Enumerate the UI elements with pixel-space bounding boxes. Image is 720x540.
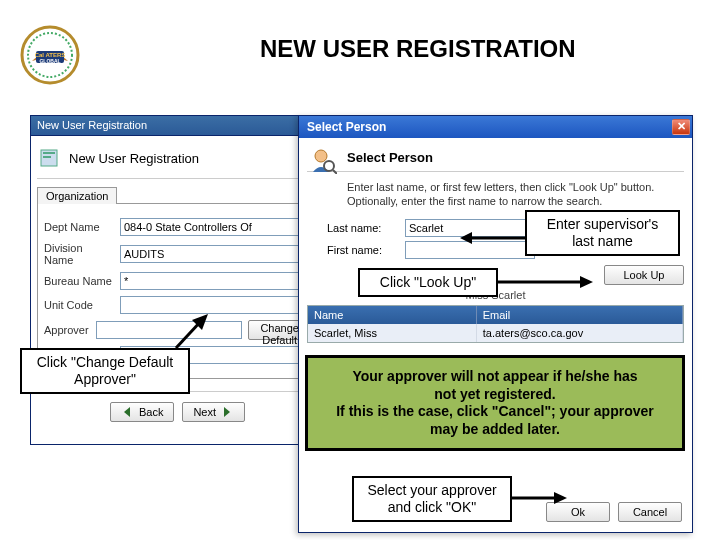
arrow-right-icon bbox=[498, 272, 593, 292]
label-unit: Unit Code bbox=[44, 299, 114, 311]
callout-select-ok: Select your approver and click "OK" bbox=[352, 476, 512, 522]
arrow-left-icon bbox=[460, 228, 530, 248]
arrow-up-right-icon bbox=[172, 310, 212, 352]
callout-click-lookup: Click "Look Up" bbox=[358, 268, 498, 297]
next-button-label: Next bbox=[193, 406, 216, 418]
svg-point-9 bbox=[324, 161, 334, 171]
col-header-email[interactable]: Email bbox=[477, 306, 683, 324]
svg-point-8 bbox=[315, 150, 327, 162]
callout-enter-lastname: Enter supervisor's last name bbox=[525, 210, 680, 256]
instruction-text: Enter last name, or first few letters, t… bbox=[307, 180, 684, 209]
bureau-field[interactable] bbox=[120, 272, 311, 290]
unit-field[interactable] bbox=[120, 296, 311, 314]
titlebar-front: Select Person bbox=[307, 120, 386, 134]
calaters-logo: Cal ATERS GLOBAL bbox=[20, 25, 80, 85]
svg-line-10 bbox=[333, 170, 337, 174]
arrow-left-icon bbox=[121, 405, 135, 419]
titlebar-back: New User Registration bbox=[31, 116, 324, 136]
svg-rect-7 bbox=[43, 156, 51, 158]
window-select-person: Select Person ✕ Select Person Enter last… bbox=[298, 115, 693, 533]
select-person-heading: Select Person bbox=[307, 146, 684, 165]
label-bureau: Bureau Name bbox=[44, 275, 114, 287]
arrow-right-icon bbox=[220, 405, 234, 419]
division-field[interactable] bbox=[120, 245, 311, 263]
form-icon bbox=[39, 146, 63, 170]
back-button-label: Back bbox=[139, 406, 163, 418]
cancel-button[interactable]: Cancel bbox=[618, 502, 682, 522]
label-division: Division Name bbox=[44, 242, 114, 266]
svg-text:GLOBAL: GLOBAL bbox=[39, 58, 60, 64]
cell-name: Scarlet, Miss bbox=[308, 324, 477, 342]
next-button[interactable]: Next bbox=[182, 402, 245, 422]
tab-organization[interactable]: Organization bbox=[37, 187, 117, 204]
cell-email: ta.aters@sco.ca.gov bbox=[477, 324, 683, 342]
callout-approver-note: Your approver will not appear if he/she … bbox=[305, 355, 685, 451]
lookup-button[interactable]: Look Up bbox=[604, 265, 684, 285]
close-icon[interactable]: ✕ bbox=[672, 119, 690, 135]
results-grid: Name Email Scarlet, Miss ta.aters@sco.ca… bbox=[307, 305, 684, 343]
label-firstname: First name: bbox=[327, 244, 399, 256]
approver-field[interactable] bbox=[96, 321, 242, 339]
window-new-user-registration: New User Registration New User Registrat… bbox=[30, 115, 325, 445]
table-row[interactable]: Scarlet, Miss ta.aters@sco.ca.gov bbox=[308, 324, 683, 342]
arrow-right-icon bbox=[512, 488, 567, 508]
page-title: NEW USER REGISTRATION bbox=[260, 35, 576, 63]
callout-change-approver: Click "Change Default Approver" bbox=[20, 348, 190, 394]
dept-field[interactable] bbox=[120, 218, 311, 236]
label-approver: Approver bbox=[44, 324, 90, 336]
back-button[interactable]: Back bbox=[110, 402, 174, 422]
section-heading: New User Registration bbox=[69, 151, 199, 166]
person-search-icon bbox=[309, 146, 337, 174]
col-header-name[interactable]: Name bbox=[308, 306, 477, 324]
label-lastname: Last name: bbox=[327, 222, 399, 234]
svg-rect-6 bbox=[43, 152, 55, 154]
label-dept: Dept Name bbox=[44, 221, 114, 233]
